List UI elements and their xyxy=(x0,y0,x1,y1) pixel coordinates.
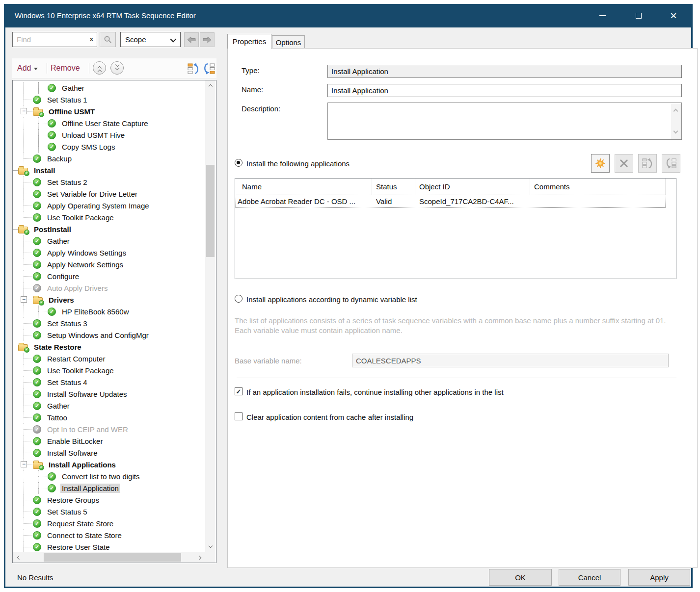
status-bar-text: No Results xyxy=(17,573,53,582)
tab-properties[interactable]: Properties xyxy=(227,34,271,49)
radio-install-dynamic-list[interactable] xyxy=(235,295,242,303)
tree-group-install[interactable]: ✓Install xyxy=(13,164,205,176)
tree-step-configure[interactable]: ✓Configure xyxy=(13,270,205,282)
tree-step-gather[interactable]: ✓Gather xyxy=(13,400,205,412)
tree-step-gather[interactable]: ✓Gather xyxy=(13,235,205,247)
tree-step-restart-computer[interactable]: ✓Restart Computer xyxy=(13,353,205,364)
tree-group-offline-usmt[interactable]: −✓Offline USMT xyxy=(13,105,205,117)
scroll-left-arrow[interactable] xyxy=(14,552,23,563)
find-input[interactable] xyxy=(13,32,97,47)
tree-step-restore-user-state[interactable]: ✓Restore User State xyxy=(13,541,205,552)
tree-step-install-application[interactable]: ✓Install Application xyxy=(13,482,205,494)
tree-step-set-status-5[interactable]: ✓Set Status 5 xyxy=(13,506,205,517)
find-previous-button[interactable] xyxy=(184,32,199,47)
scope-dropdown[interactable]: Scope xyxy=(120,32,181,47)
add-button[interactable]: Add xyxy=(17,58,38,78)
tree-step-restore-groups[interactable]: ✓Restore Groups xyxy=(13,494,205,506)
scroll-right-arrow[interactable] xyxy=(195,552,204,563)
clear-find-button[interactable]: x xyxy=(90,35,93,43)
description-field[interactable] xyxy=(327,103,682,140)
step-success-icon: ✓ xyxy=(33,249,41,257)
remove-button[interactable]: Remove xyxy=(51,58,80,78)
tree-item-label: Use Toolkit Package xyxy=(46,366,115,375)
step-disabled-icon: ✓ xyxy=(33,284,41,292)
tree-item-label: Unload USMT Hive xyxy=(60,130,126,140)
clear-cache-checkbox[interactable] xyxy=(235,412,242,420)
name-field[interactable] xyxy=(327,84,682,97)
tree-step-copy-sms-logs[interactable]: ✓Copy SMS Logs xyxy=(13,141,205,153)
tree-step-apply-windows-settings[interactable]: ✓Apply Windows Settings xyxy=(13,247,205,258)
tree-step-set-status-3[interactable]: ✓Set Status 3 xyxy=(13,317,205,329)
tree-step-connect-to-state-store[interactable]: ✓Connect to State Store xyxy=(13,529,205,541)
tree-group-drivers[interactable]: −✓Drivers xyxy=(13,294,205,306)
scroll-down-arrow[interactable] xyxy=(205,543,215,551)
column-header-status[interactable]: Status xyxy=(372,179,415,195)
tab-options[interactable]: Options xyxy=(272,35,305,49)
tree-item-label: Apply Windows Settings xyxy=(46,248,128,257)
tree-vertical-scrollbar[interactable] xyxy=(205,80,215,552)
tree-step-enable-bitlocker[interactable]: ✓Enable BitLocker xyxy=(13,435,205,447)
tree-step-convert-list-to-two-digits[interactable]: ✓Convert list to two digits xyxy=(13,470,205,482)
radio-install-following-apps[interactable] xyxy=(235,159,242,167)
maximize-button[interactable] xyxy=(627,4,650,27)
collapse-toggle[interactable]: − xyxy=(21,461,27,467)
tree-hscroll-thumb[interactable] xyxy=(44,553,181,562)
tree-step-setup-windows-and-configmgr[interactable]: ✓Setup Windows and ConfigMgr xyxy=(13,329,205,341)
tree-step-set-status-4[interactable]: ✓Set Status 4 xyxy=(13,376,205,388)
delete-application-button[interactable] xyxy=(615,154,633,173)
application-row[interactable]: Adobe Acrobat Reader DC - OSD ...ValidSc… xyxy=(235,195,666,208)
find-next-button[interactable] xyxy=(200,32,215,47)
collapse-toggle[interactable]: − xyxy=(21,108,27,114)
tree-group-install-applications[interactable]: −✓Install Applications xyxy=(13,459,205,470)
tree-horizontal-scrollbar[interactable] xyxy=(13,552,215,563)
tree-step-set-variable-for-drive-letter[interactable]: ✓Set Variable for Drive Letter xyxy=(13,188,205,200)
tree-step-gather[interactable]: ✓Gather xyxy=(13,82,205,94)
tree-item-label: Drivers xyxy=(47,295,76,305)
reorder-up-button[interactable] xyxy=(187,62,200,77)
minimize-button[interactable] xyxy=(591,4,614,27)
tree-step-set-status-1[interactable]: ✓Set Status 1 xyxy=(13,94,205,105)
tree-step-apply-operating-system-image[interactable]: ✓Apply Operating System Image xyxy=(13,200,205,211)
tree-item-label: Gather xyxy=(46,236,71,246)
tree-step-tattoo[interactable]: ✓Tattoo xyxy=(13,412,205,423)
move-step-down-button[interactable] xyxy=(110,61,124,75)
tree-step-auto-apply-drivers[interactable]: ✓Auto Apply Drivers xyxy=(13,282,205,294)
tree-step-request-state-store[interactable]: ✓Request State Store xyxy=(13,517,205,529)
tree-step-set-status-2[interactable]: ✓Set Status 2 xyxy=(13,176,205,188)
move-application-down-button[interactable] xyxy=(662,154,680,173)
ok-button[interactable]: OK xyxy=(489,569,552,586)
collapse-toggle[interactable]: − xyxy=(21,296,27,303)
applications-table-header: NameStatusObject IDComments xyxy=(235,179,666,195)
close-button[interactable]: × xyxy=(662,4,685,27)
apply-button[interactable]: Apply xyxy=(628,569,690,586)
tree-step-backup[interactable]: ✓Backup xyxy=(13,153,205,164)
tree-vscroll-thumb[interactable] xyxy=(206,165,215,257)
tree-step-apply-network-settings[interactable]: ✓Apply Network Settings xyxy=(13,258,205,270)
column-header-object-id[interactable]: Object ID xyxy=(415,179,530,195)
move-step-up-button[interactable] xyxy=(93,61,106,75)
scroll-up-arrow[interactable] xyxy=(205,81,215,89)
tree-step-hp-elitebook-8560w[interactable]: ✓HP EliteBook 8560w xyxy=(13,306,205,317)
column-header-comments[interactable]: Comments xyxy=(530,179,666,195)
tree-group-postinstall[interactable]: ✓PostInstall xyxy=(13,223,205,235)
continue-on-fail-checkbox[interactable]: ✓ xyxy=(235,387,242,395)
tree-item-label: Offline USMT xyxy=(47,107,96,116)
applications-table: NameStatusObject IDComments Adobe Acroba… xyxy=(235,178,676,279)
move-application-up-button[interactable] xyxy=(638,154,657,173)
description-scrollbar[interactable] xyxy=(671,103,681,139)
tree-step-install-software[interactable]: ✓Install Software xyxy=(13,447,205,459)
dropdown-arrow-icon xyxy=(34,68,38,70)
tree-step-unload-usmt-hive[interactable]: ✓Unload USMT Hive xyxy=(13,129,205,141)
tree-item-label: Set Status 5 xyxy=(46,507,89,516)
tree-step-use-toolkit-package[interactable]: ✓Use Toolkit Package xyxy=(13,364,205,376)
cancel-button[interactable]: Cancel xyxy=(559,569,620,586)
tree-step-offline-user-state-capture[interactable]: ✓Offline User State Capture xyxy=(13,117,205,129)
tree-step-opt-in-to-ceip-and-wer[interactable]: ✓Opt In to CEIP and WER xyxy=(13,423,205,435)
new-application-button[interactable] xyxy=(591,154,610,173)
column-header-name[interactable]: Name xyxy=(235,179,372,195)
reorder-down-button[interactable] xyxy=(203,62,215,77)
tree-step-use-toolkit-package[interactable]: ✓Use Toolkit Package xyxy=(13,211,205,223)
tree-group-state-restore[interactable]: ✓State Restore xyxy=(13,341,205,353)
search-button[interactable] xyxy=(100,32,116,47)
tree-step-install-software-updates[interactable]: ✓Install Software Updates xyxy=(13,388,205,400)
